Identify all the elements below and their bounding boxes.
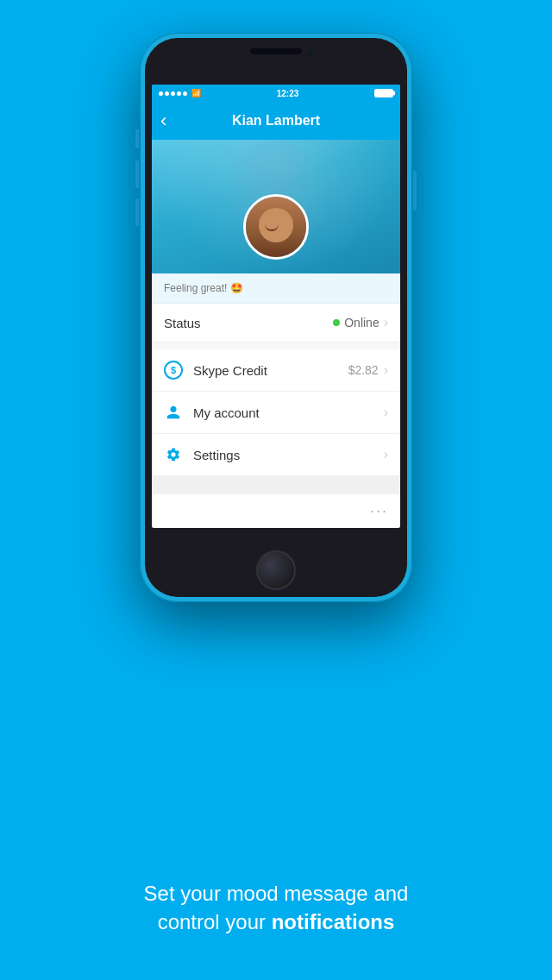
- status-bar: 📶 12:23: [152, 85, 400, 102]
- profile-hero: [152, 140, 400, 273]
- power-button[interactable]: [413, 171, 417, 210]
- avatar: [243, 194, 309, 260]
- back-button[interactable]: ‹: [160, 110, 166, 132]
- app-header: ‹ Kian Lambert: [152, 102, 400, 140]
- skype-credit-item[interactable]: $ Skype Credit $2.82 ›: [152, 349, 400, 392]
- status-value: Online: [344, 316, 379, 330]
- account-icon: [164, 403, 183, 422]
- settings-icon: [164, 445, 183, 464]
- settings-label: Settings: [193, 448, 384, 462]
- more-dots-bar[interactable]: ···: [152, 493, 400, 528]
- my-account-chevron: ›: [384, 405, 388, 420]
- status-label: Status: [164, 316, 333, 330]
- online-indicator: [333, 319, 340, 326]
- mood-bar[interactable]: Feeling great! 🤩: [152, 273, 400, 304]
- volume-up-button[interactable]: [135, 160, 139, 188]
- skype-credit-value: $2.82: [348, 363, 379, 377]
- my-account-item[interactable]: My account ›: [152, 392, 400, 434]
- marketing-line1: Set your mood message and: [43, 879, 509, 908]
- my-account-label: My account: [193, 405, 384, 420]
- skype-credit-icon: $: [164, 361, 183, 380]
- mood-text: Feeling great! 🤩: [164, 282, 243, 294]
- more-dots: ···: [370, 502, 388, 520]
- volume-down-button[interactable]: [135, 198, 139, 226]
- marketing-line2: control your notifications: [43, 908, 509, 937]
- home-button[interactable]: [256, 550, 296, 590]
- marketing-line2-plain: control your: [158, 910, 272, 933]
- settings-item[interactable]: Settings ›: [152, 434, 400, 476]
- skype-credit-label: Skype Credit: [193, 363, 348, 378]
- status-row[interactable]: Status Online ›: [152, 304, 400, 342]
- skype-credit-chevron: ›: [384, 362, 388, 378]
- settings-chevron: ›: [384, 447, 388, 462]
- status-time: 12:23: [277, 89, 299, 98]
- marketing-line2-bold: notifications: [272, 910, 395, 933]
- marketing-text: Set your mood message and control your n…: [0, 879, 552, 937]
- mute-button[interactable]: [135, 129, 139, 148]
- header-title: Kian Lambert: [232, 113, 320, 129]
- status-chevron: ›: [384, 315, 388, 330]
